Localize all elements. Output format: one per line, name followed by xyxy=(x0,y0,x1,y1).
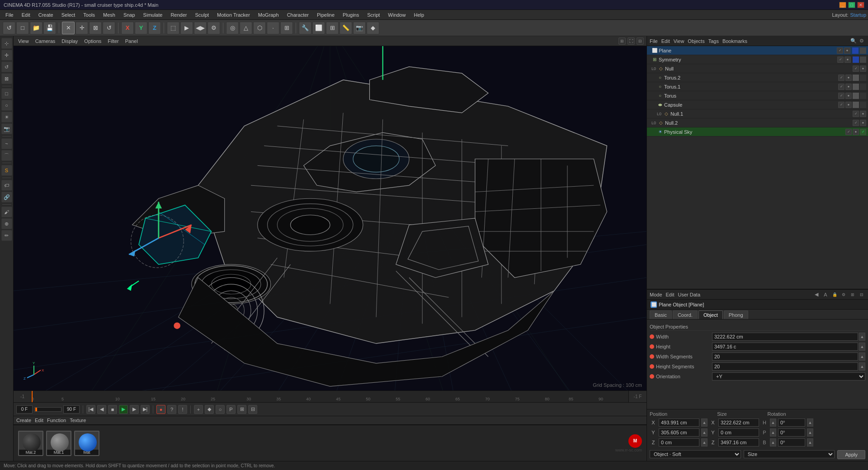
capsule-vis-btn[interactable]: ✓ xyxy=(838,102,844,108)
om-item-physical-sky[interactable]: ☀ Physical Sky ✓ ● ✓ xyxy=(647,127,868,136)
plane-vis-btn[interactable]: ✓ xyxy=(837,47,843,54)
vp-menu-display[interactable]: Display xyxy=(60,38,80,44)
transport-param-btn[interactable]: P xyxy=(226,405,236,414)
om-search-icon[interactable]: 🔍 xyxy=(850,38,857,45)
null2-render-btn[interactable]: ● xyxy=(860,120,866,126)
edit-render-settings-button[interactable]: ⚙ xyxy=(208,22,220,34)
3d-viewport[interactable]: Perspective Total Objects 177 xyxy=(14,46,646,390)
am-tab-basic[interactable]: Basic xyxy=(650,310,672,319)
object-mode-button[interactable]: ◎ xyxy=(226,22,239,34)
transport-play-button[interactable]: ▶ xyxy=(119,405,128,414)
move-tool-button[interactable]: ✛ xyxy=(75,22,88,34)
scrubber-handle[interactable] xyxy=(35,408,37,411)
menu-edit[interactable]: Edit xyxy=(18,11,34,19)
sky-render-btn[interactable]: ● xyxy=(853,129,859,135)
om-item-symmetry[interactable]: ⊞ Symmetry ✓ ● xyxy=(647,55,868,64)
transport-stop-button[interactable]: ■ xyxy=(108,405,117,414)
sidebar-camera-btn[interactable]: 📷 xyxy=(1,123,12,134)
om-item-null[interactable]: L0 ◇ Null ✓ ● xyxy=(647,64,868,73)
menu-pipeline[interactable]: Pipeline xyxy=(313,11,338,19)
am-tab-phong[interactable]: Phong xyxy=(724,310,748,319)
null1-vis-btn[interactable]: ✓ xyxy=(853,111,859,117)
sidebar-sculpt-btn[interactable]: ⊕ xyxy=(1,218,12,229)
null2-vis-btn[interactable]: ✓ xyxy=(853,120,859,126)
menu-help[interactable]: Help xyxy=(410,11,428,19)
transport-keyframe-btn[interactable]: ◆ xyxy=(205,405,214,414)
menu-window[interactable]: Window xyxy=(384,11,409,19)
y-position-input[interactable] xyxy=(659,428,699,437)
sidebar-deform-btn[interactable]: ⌒ xyxy=(1,150,12,161)
vp-menu-panel[interactable]: Panel xyxy=(123,38,140,44)
am-expand-icon[interactable]: ⊞ xyxy=(849,291,856,298)
om-item-capsule[interactable]: ⬬ Capsule ✓ ● xyxy=(647,100,868,109)
width-spin-up[interactable]: ▲ xyxy=(859,333,865,341)
vp-menu-filter[interactable]: Filter xyxy=(106,38,120,44)
am-menu-userdata[interactable]: User Data xyxy=(678,292,701,297)
material-swatch-mat[interactable]: Mat xyxy=(74,431,99,456)
om-item-torus[interactable]: ○ Torus ✓ ● xyxy=(647,91,868,100)
om-menu-edit[interactable]: Edit xyxy=(661,38,670,44)
vp-menu-view[interactable]: View xyxy=(16,38,31,44)
end-frame-input[interactable] xyxy=(63,405,80,414)
sidebar-sphere-btn[interactable]: ○ xyxy=(1,100,12,111)
sky-active-btn[interactable]: ✓ xyxy=(860,129,866,135)
sz-spin-up[interactable]: ▲ xyxy=(770,438,776,446)
mat-menu-create[interactable]: Create xyxy=(16,418,31,423)
transport-autokey-button[interactable]: ? xyxy=(167,405,176,414)
sy-spin-up[interactable]: ▲ xyxy=(770,428,776,437)
x-spin-up[interactable]: ▲ xyxy=(701,418,708,427)
am-menu-edit[interactable]: Edit xyxy=(666,292,675,297)
sidebar-move-btn[interactable]: ✛ xyxy=(1,50,12,61)
wseg-spin-up[interactable]: ▲ xyxy=(859,352,865,361)
am-tab-coord[interactable]: Coord. xyxy=(673,310,698,319)
menu-snap[interactable]: Snap xyxy=(120,11,139,19)
width-input[interactable] xyxy=(712,333,858,341)
transport-prev-button[interactable]: ◀ xyxy=(97,405,106,414)
menu-render[interactable]: Render xyxy=(167,11,190,19)
new-button[interactable]: □ xyxy=(16,22,29,34)
mat-menu-texture[interactable]: Texture xyxy=(70,418,86,423)
minimize-button[interactable]: _ xyxy=(839,2,846,8)
torus-render-btn[interactable]: ● xyxy=(845,93,852,99)
sidebar-scale-btn[interactable]: ⊠ xyxy=(1,73,12,84)
transport-record-button[interactable]: ● xyxy=(156,405,165,414)
om-menu-tags[interactable]: Tags xyxy=(708,38,719,44)
material-swatch-mat1[interactable]: Mat.1 xyxy=(46,431,71,456)
z-size-input[interactable] xyxy=(718,438,759,446)
menu-plugins[interactable]: Plugins xyxy=(339,11,363,19)
rz-spin-up[interactable]: ▲ xyxy=(807,438,813,446)
om-item-torus1[interactable]: ○ Torus.1 ✓ ● xyxy=(647,82,868,91)
null1-render-btn[interactable]: ● xyxy=(860,111,866,117)
z-spin-up[interactable]: ▲ xyxy=(701,438,708,446)
transport-motion-btn[interactable]: ○ xyxy=(216,405,225,414)
menu-mesh[interactable]: Mesh xyxy=(99,11,119,19)
mat-menu-edit[interactable]: Edit xyxy=(35,418,43,423)
more-tools-button[interactable]: ◆ xyxy=(367,22,379,34)
am-forward-icon[interactable]: A xyxy=(822,291,829,298)
om-item-null2[interactable]: L0 ◇ Null.2 ✓ ● xyxy=(647,118,868,127)
orient-select[interactable]: +Y -Y +X -X +Z -Z xyxy=(712,372,865,381)
null-render-btn[interactable]: ● xyxy=(860,66,866,72)
sidebar-select-btn[interactable]: ⊹ xyxy=(1,38,12,49)
grid-button[interactable]: ⊞ xyxy=(326,22,339,34)
layout-value[interactable]: Startup xyxy=(850,12,866,18)
material-swatch-mat2[interactable]: Mat.2 xyxy=(18,431,43,456)
transport-more-btn[interactable]: ⊟ xyxy=(248,405,257,414)
om-item-torus2[interactable]: ○ Torus.2 ✓ ● xyxy=(647,73,868,82)
menu-character[interactable]: Character xyxy=(283,11,312,19)
menu-sculpt[interactable]: Sculpt xyxy=(191,11,212,19)
sym-render-btn[interactable]: ● xyxy=(844,56,851,63)
z-axis-button[interactable]: Z xyxy=(148,22,161,34)
poly-mode-button[interactable]: △ xyxy=(240,22,252,34)
sidebar-constraint-btn[interactable]: 🔗 xyxy=(1,192,12,202)
sx-spin-up[interactable]: ▲ xyxy=(770,418,776,427)
render-active-view-button[interactable]: ◀▶ xyxy=(194,22,207,34)
am-collapse-icon[interactable]: ⊟ xyxy=(858,291,865,298)
vp-menu-options[interactable]: Options xyxy=(82,38,103,44)
torus2-render-btn[interactable]: ● xyxy=(845,75,852,81)
render-region-button[interactable]: ⬚ xyxy=(167,22,179,34)
transport-key-button[interactable]: ! xyxy=(178,405,187,414)
torus2-vis-btn[interactable]: ✓ xyxy=(838,75,844,81)
sidebar-light-btn[interactable]: ☀ xyxy=(1,112,12,122)
transport-add-key-button[interactable]: + xyxy=(194,405,203,414)
